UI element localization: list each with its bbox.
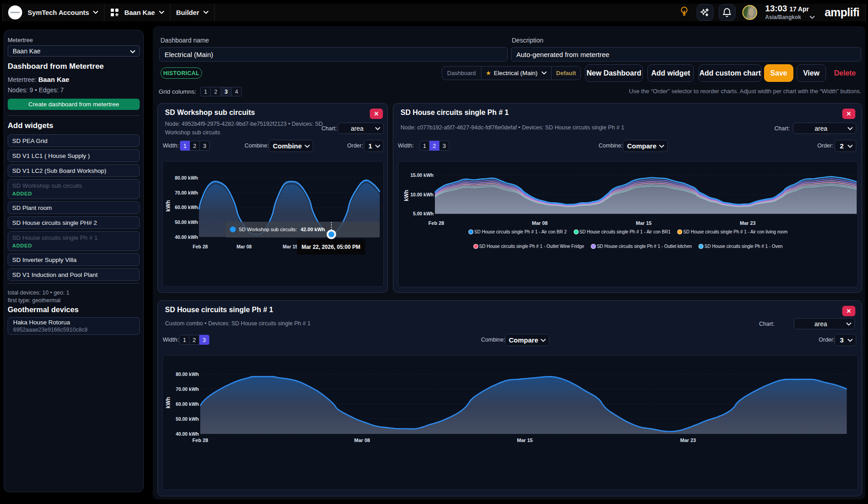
svg-text:70.00 kWh: 70.00 kWh bbox=[175, 190, 198, 195]
svg-text:kWh: kWh bbox=[165, 200, 171, 211]
svg-text:Feb 28: Feb 28 bbox=[193, 244, 208, 249]
svg-text:Feb 28: Feb 28 bbox=[193, 437, 208, 443]
svg-text:Mar 23: Mar 23 bbox=[680, 437, 696, 443]
svg-text:Mar 08: Mar 08 bbox=[354, 437, 370, 443]
svg-text:50.00 kWh: 50.00 kWh bbox=[176, 416, 199, 422]
svg-text:Mar 23: Mar 23 bbox=[740, 220, 756, 226]
svg-text:50.00 kWh: 50.00 kWh bbox=[175, 219, 198, 225]
svg-text:kWh: kWh bbox=[403, 190, 410, 201]
svg-text:10.00 kWh: 10.00 kWh bbox=[410, 192, 434, 197]
svg-text:Mar 08: Mar 08 bbox=[236, 244, 251, 249]
svg-text:80.00 kWh: 80.00 kWh bbox=[176, 371, 199, 377]
svg-text:Mar 15: Mar 15 bbox=[636, 220, 652, 226]
svg-text:Mar 22, 2026, 05:00 PM: Mar 22, 2026, 05:00 PM bbox=[302, 244, 360, 250]
svg-text:80.00 kWh: 80.00 kWh bbox=[175, 175, 198, 181]
svg-text:40.00 kWh: 40.00 kWh bbox=[176, 431, 199, 437]
svg-text:5.00 kWh: 5.00 kWh bbox=[413, 211, 434, 216]
svg-text:Feb 28: Feb 28 bbox=[429, 220, 444, 226]
svg-text:Mar 15: Mar 15 bbox=[283, 244, 297, 249]
svg-text:42.00 kWh: 42.00 kWh bbox=[301, 227, 325, 232]
svg-text:70.00 kWh: 70.00 kWh bbox=[176, 386, 199, 392]
svg-text:60.00 kWh: 60.00 kWh bbox=[176, 401, 199, 407]
svg-text:15.00 kWh: 15.00 kWh bbox=[410, 172, 434, 178]
svg-text:Mar 08: Mar 08 bbox=[532, 220, 548, 226]
svg-text:40.00 kWh: 40.00 kWh bbox=[175, 234, 198, 240]
svg-text:SD Workshop sub circuits:: SD Workshop sub circuits: bbox=[239, 227, 297, 232]
svg-text:60.00 kWh: 60.00 kWh bbox=[175, 204, 198, 210]
svg-text:kWh: kWh bbox=[165, 397, 171, 408]
svg-text:Mar 15: Mar 15 bbox=[517, 437, 533, 443]
